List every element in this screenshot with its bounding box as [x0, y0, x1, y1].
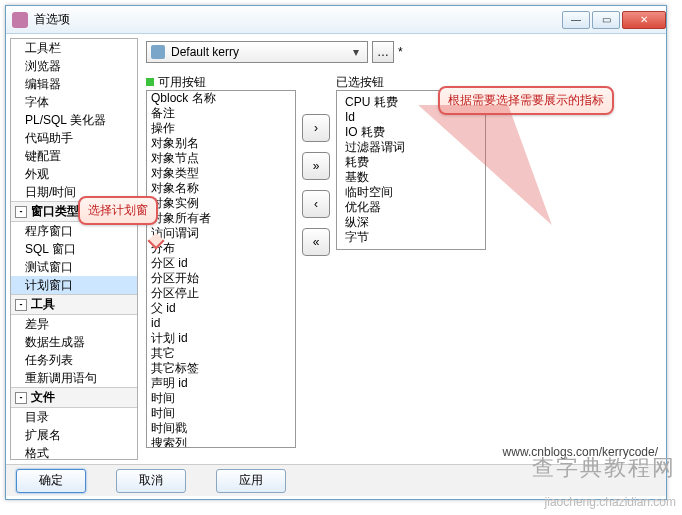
- tree-item[interactable]: 代码助手: [11, 129, 137, 147]
- list-item[interactable]: 备注: [147, 106, 295, 121]
- nav-tree[interactable]: 工具栏 浏览器 编辑器 字体 PL/SQL 美化器 代码助手 键配置 外观 日期…: [10, 38, 138, 460]
- tree-item[interactable]: 键配置: [11, 147, 137, 165]
- move-right-button[interactable]: ›: [302, 114, 330, 142]
- collapse-icon[interactable]: -: [15, 206, 27, 218]
- watermark-site1: 查字典教程网: [532, 453, 676, 483]
- list-item[interactable]: 分区开始: [147, 271, 295, 286]
- tree-item[interactable]: 浏览器: [11, 57, 137, 75]
- list-item[interactable]: 分区 id: [147, 256, 295, 271]
- list-item[interactable]: 对象类型: [147, 166, 295, 181]
- toolbar: Default kerry ▾ … *: [146, 38, 662, 66]
- list-item[interactable]: 对象节点: [147, 151, 295, 166]
- tree-item[interactable]: 字体: [11, 93, 137, 111]
- tree-item-plan-window[interactable]: 计划窗口: [11, 276, 137, 294]
- tree-item[interactable]: 目录: [11, 408, 137, 426]
- list-item[interactable]: IO 耗费: [341, 125, 481, 140]
- dual-list: 可用按钮 Qblock 名称备注操作对象别名对象节点对象类型对象名称对象实例对象…: [146, 74, 662, 448]
- move-all-left-button[interactable]: «: [302, 228, 330, 256]
- minimize-button[interactable]: —: [562, 11, 590, 29]
- list-item[interactable]: 访问谓词: [147, 226, 295, 241]
- app-icon: [12, 12, 28, 28]
- list-item[interactable]: Qblock 名称: [147, 91, 295, 106]
- ok-button[interactable]: 确定: [16, 469, 86, 493]
- tree-item[interactable]: PL/SQL 美化器: [11, 111, 137, 129]
- maximize-button[interactable]: ▭: [592, 11, 620, 29]
- tree-group-tools[interactable]: -工具: [11, 294, 137, 315]
- list-item[interactable]: 过滤器谓词: [341, 140, 481, 155]
- tree-item[interactable]: 格式: [11, 444, 137, 460]
- tree-item[interactable]: 差异: [11, 315, 137, 333]
- tree-group-files[interactable]: -文件: [11, 387, 137, 408]
- modified-star: *: [398, 45, 403, 59]
- list-item[interactable]: 耗费: [341, 155, 481, 170]
- list-item[interactable]: 时间: [147, 406, 295, 421]
- list-item[interactable]: 对象名称: [147, 181, 295, 196]
- available-panel: 可用按钮 Qblock 名称备注操作对象别名对象节点对象类型对象名称对象实例对象…: [146, 74, 296, 448]
- available-listbox[interactable]: Qblock 名称备注操作对象别名对象节点对象类型对象名称对象实例对象所有者访问…: [146, 90, 296, 448]
- chevron-down-icon: ▾: [349, 45, 363, 59]
- move-left-button[interactable]: ‹: [302, 190, 330, 218]
- list-item[interactable]: id: [147, 316, 295, 331]
- list-item[interactable]: 计划 id: [147, 331, 295, 346]
- list-item[interactable]: 父 id: [147, 301, 295, 316]
- profile-icon: [151, 45, 165, 59]
- ellipsis-button[interactable]: …: [372, 41, 394, 63]
- available-title: 可用按钮: [146, 74, 296, 90]
- collapse-icon[interactable]: -: [15, 299, 27, 311]
- mover-buttons: › » ‹ «: [302, 114, 330, 256]
- apply-button[interactable]: 应用: [216, 469, 286, 493]
- list-item[interactable]: 对象所有者: [147, 211, 295, 226]
- tree-item[interactable]: 重新调用语句: [11, 369, 137, 387]
- tree-item[interactable]: SQL 窗口: [11, 240, 137, 258]
- profile-dropdown[interactable]: Default kerry ▾: [146, 41, 368, 63]
- close-button[interactable]: ✕: [622, 11, 666, 29]
- list-item[interactable]: 搜索列: [147, 436, 295, 448]
- list-item[interactable]: 声明 id: [147, 376, 295, 391]
- tree-item[interactable]: 数据生成器: [11, 333, 137, 351]
- status-dot-icon: [146, 78, 154, 86]
- tree-item[interactable]: 任务列表: [11, 351, 137, 369]
- list-item[interactable]: 时间: [147, 391, 295, 406]
- list-item[interactable]: 时间戳: [147, 421, 295, 436]
- annotation-callout-2: 根据需要选择需要展示的指标: [438, 86, 614, 115]
- list-item[interactable]: 字节: [341, 230, 481, 245]
- preferences-window: 首选项 — ▭ ✕ 工具栏 浏览器 编辑器 字体 PL/SQL 美化器 代码助手…: [5, 5, 667, 500]
- list-item[interactable]: 优化器: [341, 200, 481, 215]
- list-item[interactable]: 操作: [147, 121, 295, 136]
- tree-item[interactable]: 编辑器: [11, 75, 137, 93]
- cancel-button[interactable]: 取消: [116, 469, 186, 493]
- list-item[interactable]: 其它: [147, 346, 295, 361]
- tree-item[interactable]: 扩展名: [11, 426, 137, 444]
- list-item[interactable]: 纵深: [341, 215, 481, 230]
- profile-name: Default kerry: [171, 45, 349, 59]
- window-title: 首选项: [34, 11, 560, 28]
- tree-item[interactable]: 外观: [11, 165, 137, 183]
- list-item[interactable]: 基数: [341, 170, 481, 185]
- list-item[interactable]: 其它标签: [147, 361, 295, 376]
- titlebar: 首选项 — ▭ ✕: [6, 6, 666, 34]
- list-item[interactable]: 分区停止: [147, 286, 295, 301]
- tree-item[interactable]: 测试窗口: [11, 258, 137, 276]
- list-item[interactable]: 对象实例: [147, 196, 295, 211]
- tree-item[interactable]: 工具栏: [11, 39, 137, 57]
- list-item[interactable]: 分布: [147, 241, 295, 256]
- move-all-right-button[interactable]: »: [302, 152, 330, 180]
- list-item[interactable]: 临时空间: [341, 185, 481, 200]
- list-item[interactable]: 对象别名: [147, 136, 295, 151]
- collapse-icon[interactable]: -: [15, 392, 27, 404]
- watermark-site2: jiaocheng.chazidian.com: [545, 495, 676, 509]
- annotation-callout-1: 选择计划窗: [78, 196, 158, 225]
